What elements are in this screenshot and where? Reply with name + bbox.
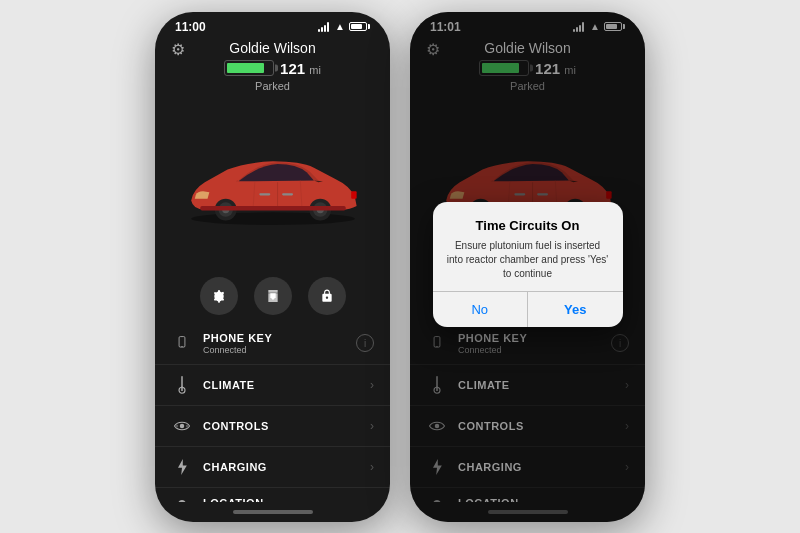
svg-rect-15 [181, 346, 183, 347]
driver-name-left: Goldie Wilson [229, 40, 315, 56]
climate-text: CLIMATE [203, 379, 370, 391]
phone-key-info[interactable]: i [356, 334, 374, 352]
location-chevron: › [370, 501, 374, 502]
svg-point-0 [191, 212, 355, 225]
dialog-buttons: No Yes [433, 291, 623, 327]
status-label-left: Parked [255, 80, 290, 92]
charging-text: CHARGING [203, 461, 370, 473]
battery-bar-left [224, 60, 274, 76]
charging-title: CHARGING [203, 461, 370, 473]
battery-row-left: 121 mi [224, 60, 321, 77]
status-icons-left: ▲ [318, 21, 370, 32]
svg-point-19 [180, 423, 185, 428]
menu-item-location-left[interactable]: LOCATION 3500 Deer Creek Rd, Palo Alto › [155, 488, 390, 502]
controls-title: CONTROLS [203, 420, 370, 432]
dialog-no-button[interactable]: No [433, 292, 529, 327]
mileage-left: 121 mi [280, 60, 321, 77]
svg-rect-5 [282, 193, 293, 195]
car-image-left [173, 140, 373, 230]
dialog-yes-button[interactable]: Yes [528, 292, 623, 327]
battery-icon [349, 22, 370, 31]
right-phone: 11:01 ▲ ⚙ Goldie Wilson [410, 12, 645, 522]
time-left: 11:00 [175, 20, 206, 34]
dialog-message: Ensure plutonium fuel is inserted into r… [447, 239, 609, 281]
dialog: Time Circuits On Ensure plutonium fuel i… [433, 202, 623, 327]
controls-text: CONTROLS [203, 420, 370, 432]
dialog-overlay: Time Circuits On Ensure plutonium fuel i… [410, 12, 645, 522]
charging-chevron: › [370, 460, 374, 474]
menu-list-left: PHONE KEY Connected i CLIMATE › [155, 323, 390, 502]
svg-rect-18 [181, 386, 183, 391]
svg-rect-16 [181, 376, 183, 388]
status-bar-left: 11:00 ▲ [155, 12, 390, 38]
phone-key-title: PHONE KEY [203, 332, 356, 344]
climate-title: CLIMATE [203, 379, 370, 391]
climate-chevron: › [370, 378, 374, 392]
menu-item-phone-key-left[interactable]: PHONE KEY Connected i [155, 323, 390, 365]
phone-key-sub: Connected [203, 345, 356, 355]
quick-actions-left [155, 271, 390, 323]
charging-icon [171, 456, 193, 478]
climate-icon [171, 374, 193, 396]
svg-rect-13 [200, 206, 345, 211]
dialog-title: Time Circuits On [447, 218, 609, 233]
menu-item-charging-left[interactable]: CHARGING › [155, 447, 390, 488]
unlock-button[interactable] [308, 277, 346, 315]
svg-point-21 [186, 424, 189, 427]
dialog-content: Time Circuits On Ensure plutonium fuel i… [433, 202, 623, 291]
left-phone: 11:00 ▲ ⚙ Goldie Wilson [155, 12, 390, 522]
wifi-icon: ▲ [335, 21, 345, 32]
controls-icon [171, 415, 193, 437]
fan-button[interactable] [200, 277, 238, 315]
car-area-left [155, 100, 390, 271]
home-indicator-left [155, 502, 390, 522]
location-text: LOCATION 3500 Deer Creek Rd, Palo Alto [203, 497, 370, 502]
menu-item-controls-left[interactable]: CONTROLS › [155, 406, 390, 447]
header-left: ⚙ Goldie Wilson 121 mi Parked [155, 38, 390, 100]
signal-icon [318, 22, 329, 32]
svg-rect-14 [179, 337, 185, 348]
location-icon [171, 497, 193, 502]
controls-chevron: › [370, 419, 374, 433]
menu-item-climate-left[interactable]: CLIMATE › [155, 365, 390, 406]
gear-icon-left[interactable]: ⚙ [171, 40, 185, 59]
frunk-button[interactable] [254, 277, 292, 315]
phone-key-text: PHONE KEY Connected [203, 332, 356, 355]
svg-rect-4 [259, 193, 270, 195]
location-title: LOCATION [203, 497, 370, 502]
phone-key-icon [171, 332, 193, 354]
svg-point-20 [175, 424, 178, 427]
svg-rect-12 [351, 191, 356, 198]
